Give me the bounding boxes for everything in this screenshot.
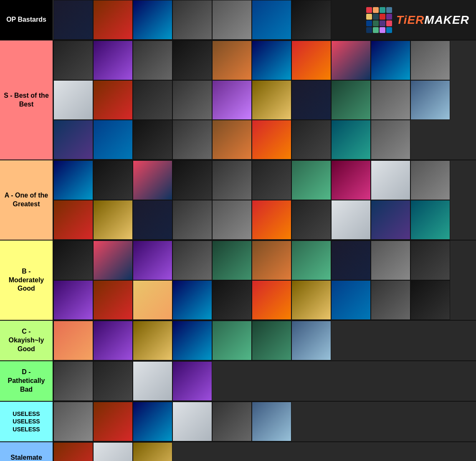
list-item[interactable]: [212, 200, 252, 240]
list-item[interactable]: [133, 200, 172, 240]
list-item[interactable]: [371, 41, 410, 80]
list-item[interactable]: [252, 321, 291, 360]
list-item[interactable]: [93, 41, 133, 80]
list-item[interactable]: [172, 321, 212, 360]
list-item[interactable]: [53, 120, 93, 160]
list-item[interactable]: [291, 120, 331, 160]
list-item[interactable]: [53, 160, 93, 200]
list-item[interactable]: [252, 200, 291, 240]
list-item[interactable]: [53, 280, 93, 320]
list-item[interactable]: [93, 402, 133, 441]
list-item[interactable]: [291, 41, 331, 80]
list-item[interactable]: [133, 402, 172, 441]
list-item[interactable]: [133, 361, 172, 401]
list-item[interactable]: [410, 80, 450, 120]
list-item[interactable]: [252, 0, 291, 40]
list-item[interactable]: [133, 120, 172, 160]
list-item[interactable]: [53, 402, 93, 441]
list-item[interactable]: [331, 241, 371, 280]
tier-label-s: S - Best of the Best: [0, 41, 53, 160]
list-item[interactable]: [53, 80, 93, 120]
list-item[interactable]: [212, 160, 252, 200]
list-item[interactable]: [212, 280, 252, 320]
list-item[interactable]: [93, 0, 133, 40]
list-item[interactable]: [371, 241, 410, 280]
list-item[interactable]: [172, 80, 212, 120]
list-item[interactable]: [93, 160, 133, 200]
list-item[interactable]: [172, 0, 212, 40]
list-item[interactable]: [53, 321, 93, 360]
list-item[interactable]: [133, 280, 172, 320]
list-item[interactable]: [172, 241, 212, 280]
list-item[interactable]: [212, 321, 252, 360]
list-item[interactable]: [93, 280, 133, 320]
list-item[interactable]: [93, 442, 133, 461]
list-item[interactable]: [371, 160, 410, 200]
list-item[interactable]: [172, 402, 212, 441]
list-item[interactable]: [133, 160, 172, 200]
list-item[interactable]: [93, 120, 133, 160]
list-item[interactable]: [331, 120, 371, 160]
list-item[interactable]: [371, 200, 410, 240]
list-item[interactable]: [53, 0, 93, 40]
list-item[interactable]: [252, 41, 291, 80]
list-item[interactable]: [410, 241, 450, 280]
list-item[interactable]: [53, 361, 93, 401]
list-item[interactable]: [172, 200, 212, 240]
list-item[interactable]: [252, 80, 291, 120]
list-item[interactable]: [212, 0, 252, 40]
list-item[interactable]: [133, 241, 172, 280]
logo-dot: [386, 20, 392, 26]
list-item[interactable]: [172, 41, 212, 80]
list-item[interactable]: [331, 80, 371, 120]
list-item[interactable]: [252, 160, 291, 200]
tier-row-d: D - Pathetically Bad: [0, 361, 476, 402]
list-item[interactable]: [410, 200, 450, 240]
list-item[interactable]: [331, 280, 371, 320]
list-item[interactable]: [410, 280, 450, 320]
list-item[interactable]: [53, 241, 93, 280]
list-item[interactable]: [212, 80, 252, 120]
list-item[interactable]: [212, 120, 252, 160]
list-item[interactable]: [172, 280, 212, 320]
list-item[interactable]: [331, 41, 371, 80]
list-item[interactable]: [291, 321, 331, 360]
list-item[interactable]: [371, 80, 410, 120]
list-item[interactable]: [53, 442, 93, 461]
list-item[interactable]: [212, 241, 252, 280]
list-item[interactable]: [172, 361, 212, 401]
list-item[interactable]: [93, 361, 133, 401]
list-item[interactable]: [93, 200, 133, 240]
list-item[interactable]: [133, 41, 172, 80]
logo-text: TiERMAKER: [396, 13, 469, 27]
list-item[interactable]: [252, 120, 291, 160]
list-item[interactable]: [410, 41, 450, 80]
list-item[interactable]: [291, 80, 331, 120]
list-item[interactable]: [133, 321, 172, 360]
list-item[interactable]: [133, 442, 172, 461]
list-item[interactable]: [172, 120, 212, 160]
list-item[interactable]: [291, 160, 331, 200]
list-item[interactable]: [410, 160, 450, 200]
list-item[interactable]: [212, 402, 252, 441]
list-item[interactable]: [53, 200, 93, 240]
list-item[interactable]: [252, 241, 291, 280]
list-item[interactable]: [133, 80, 172, 120]
list-item[interactable]: [172, 160, 212, 200]
list-item[interactable]: [252, 280, 291, 320]
list-item[interactable]: [93, 241, 133, 280]
list-item[interactable]: [93, 80, 133, 120]
list-item[interactable]: [53, 41, 93, 80]
list-item[interactable]: [331, 200, 371, 240]
list-item[interactable]: [291, 241, 331, 280]
list-item[interactable]: [291, 200, 331, 240]
list-item[interactable]: [133, 0, 172, 40]
list-item[interactable]: [291, 0, 331, 40]
list-item[interactable]: [93, 321, 133, 360]
list-item[interactable]: [371, 120, 410, 160]
list-item[interactable]: [252, 402, 291, 441]
list-item[interactable]: [212, 41, 252, 80]
list-item[interactable]: [371, 280, 410, 320]
list-item[interactable]: [331, 160, 371, 200]
list-item[interactable]: [291, 280, 331, 320]
